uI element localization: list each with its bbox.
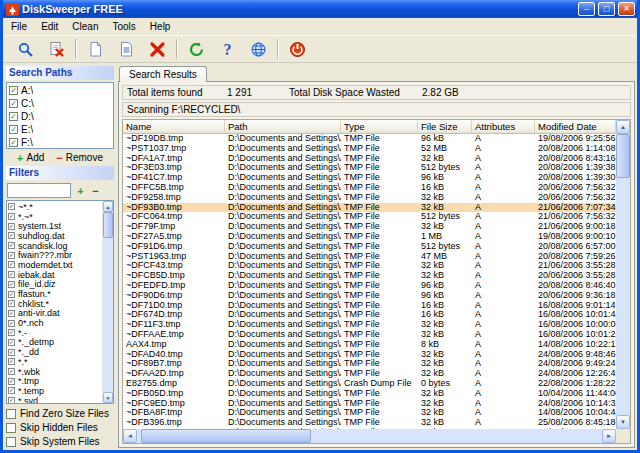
filter-input[interactable] xyxy=(7,183,71,198)
filter-checkbox[interactable]: ✓ xyxy=(8,329,15,336)
option-checkbox[interactable] xyxy=(6,409,16,419)
filter-checkbox[interactable]: ✓ xyxy=(8,213,15,220)
remove-path-button[interactable]: Remove xyxy=(56,152,103,164)
stop-search-button[interactable] xyxy=(44,37,68,61)
filter-item[interactable]: ✓anti-vir.dat xyxy=(8,309,101,319)
table-row[interactable]: ~DF89B7.tmpD:\Documents and Settings\Adm… xyxy=(123,359,616,369)
filter-checkbox[interactable]: ✓ xyxy=(8,291,15,298)
horizontal-scrollbar[interactable] xyxy=(123,429,616,443)
table-row[interactable]: ~DFB396.tmpD:\Documents and Settings\Adm… xyxy=(123,418,616,428)
drive-checkbox[interactable]: ✓ xyxy=(9,125,18,134)
column-header-name[interactable]: Name xyxy=(123,120,225,134)
filter-item[interactable]: ✓*.~* xyxy=(8,212,101,222)
filter-item[interactable]: ✓*.wbk xyxy=(8,367,101,377)
drive-checkbox[interactable]: ✓ xyxy=(9,138,18,147)
column-header-attributes[interactable]: Attributes xyxy=(472,120,535,134)
filter-item[interactable]: ✓*.* xyxy=(8,357,101,367)
v-scroll-track[interactable] xyxy=(616,134,630,415)
filter-checkbox[interactable]: ✓ xyxy=(8,281,15,288)
option-skip-hidden-files[interactable]: Skip Hidden Files xyxy=(6,421,114,434)
filter-checkbox[interactable]: ✓ xyxy=(8,300,15,307)
column-header-file-size[interactable]: File Size xyxy=(418,120,472,134)
menu-file[interactable]: File xyxy=(4,19,34,34)
filter-item[interactable]: ✓chklist.* xyxy=(8,299,101,309)
table-row[interactable]: E82755.dmpD:\Documents and Settings\Adm.… xyxy=(123,379,616,389)
option-checkbox[interactable] xyxy=(6,437,16,447)
table-row[interactable]: ~DF91D6.tmpD:\Documents and Settings\Adm… xyxy=(123,242,616,252)
refresh-button[interactable] xyxy=(184,37,208,61)
drive-checkbox[interactable]: ✓ xyxy=(9,86,18,95)
filter-checkbox[interactable]: ✓ xyxy=(8,378,15,385)
filter-item[interactable]: ✓*.- xyxy=(8,328,101,338)
menu-help[interactable]: Help xyxy=(143,19,178,34)
website-button[interactable] xyxy=(246,37,270,61)
filter-checkbox[interactable]: ✓ xyxy=(8,232,15,239)
table-row[interactable]: ~DFCB5D.tmpD:\Documents and Settings\Adm… xyxy=(123,271,616,281)
drive-item[interactable]: ✓F:\ xyxy=(8,136,112,149)
filter-item[interactable]: ✓file_id.diz xyxy=(8,280,101,290)
menu-clean[interactable]: Clean xyxy=(65,19,105,34)
table-row[interactable]: ~DF11F3.tmpD:\Documents and Settings\Adm… xyxy=(123,320,616,330)
filter-item[interactable]: ✓modemdet.txt xyxy=(8,260,101,270)
filter-scrollbar[interactable] xyxy=(102,201,113,403)
table-row[interactable]: ~DFC064.tmpD:\Documents and Settings\Adm… xyxy=(123,212,616,222)
filter-checkbox[interactable]: ✓ xyxy=(8,271,15,278)
filter-item[interactable]: ✓iebak.dat xyxy=(8,270,101,280)
document-button[interactable] xyxy=(83,37,107,61)
filter-item[interactable]: ✓*.temp xyxy=(8,386,101,396)
table-row[interactable]: ~DFFC5B.tmpD:\Documents and Settings\Adm… xyxy=(123,183,616,193)
drive-item[interactable]: ✓D:\ xyxy=(8,110,112,123)
maximize-button[interactable] xyxy=(598,2,615,16)
filter-checkbox[interactable]: ✓ xyxy=(8,358,15,365)
drive-item[interactable]: ✓E:\ xyxy=(8,123,112,136)
table-row[interactable]: ~DF674D.tmpD:\Documents and Settings\Adm… xyxy=(123,310,616,320)
table-row[interactable]: ~DFCF43.tmpD:\Documents and Settings\Adm… xyxy=(123,261,616,271)
filter-item[interactable]: ✓*._detmp xyxy=(8,338,101,348)
scroll-right-icon[interactable] xyxy=(602,429,616,443)
add-filter-button[interactable] xyxy=(75,184,86,197)
filter-checkbox[interactable]: ✓ xyxy=(8,368,15,375)
table-row[interactable]: ~DF90D6.tmpD:\Documents and Settings\Adm… xyxy=(123,291,616,301)
help-button[interactable]: ? xyxy=(215,37,239,61)
remove-filter-button[interactable] xyxy=(90,184,101,197)
table-row[interactable]: ~DFA1A7.tmpD:\Documents and Settings\Adm… xyxy=(123,154,616,164)
filter-checkbox[interactable]: ✓ xyxy=(8,223,15,230)
exit-button[interactable] xyxy=(285,37,309,61)
table-row[interactable]: ~DF27A5.tmpD:\Documents and Settings\Adm… xyxy=(123,232,616,242)
filter-item[interactable]: ✓suhdlog.dat xyxy=(8,231,101,241)
filter-item[interactable]: ✓ffastun.* xyxy=(8,289,101,299)
filter-item[interactable]: ✓fwain???.mbr xyxy=(8,250,101,260)
column-header-path[interactable]: Path xyxy=(225,120,341,134)
table-row[interactable]: ~DF79F.tmpD:\Documents and Settings\Adm.… xyxy=(123,222,616,232)
table-row[interactable]: ~DFBA8F.tmpD:\Documents and Settings\Adm… xyxy=(123,408,616,418)
filter-checkbox[interactable]: ✓ xyxy=(8,397,15,403)
column-header-type[interactable]: Type xyxy=(341,120,418,134)
delete-button[interactable] xyxy=(145,37,169,61)
table-row[interactable]: ~PST1963.tmpD:\Documents and Settings\Ad… xyxy=(123,252,616,262)
drive-item[interactable]: ✓A:\ xyxy=(8,84,112,97)
filter-item[interactable]: ✓~*.* xyxy=(8,202,101,212)
filter-scroll-track[interactable] xyxy=(103,212,113,392)
drive-checkbox[interactable]: ✓ xyxy=(9,112,18,121)
filter-checkbox[interactable]: ✓ xyxy=(8,261,15,268)
drive-item[interactable]: ✓C:\ xyxy=(8,97,112,110)
v-scroll-thumb[interactable] xyxy=(616,134,630,178)
drive-list[interactable]: ✓A:\✓C:\✓D:\✓E:\✓F:\ xyxy=(6,82,114,149)
filter-item[interactable]: ✓system.1st xyxy=(8,221,101,231)
filter-checkbox[interactable]: ✓ xyxy=(8,349,15,356)
table-row[interactable]: ~DF9258.tmpD:\Documents and Settings\Adm… xyxy=(123,193,616,203)
option-skip-system-files[interactable]: Skip System Files xyxy=(6,435,114,448)
table-row[interactable]: ~DF3E03.tmpD:\Documents and Settings\Adm… xyxy=(123,163,616,173)
h-scroll-thumb[interactable] xyxy=(141,429,311,443)
filter-item[interactable]: ✓*._dd xyxy=(8,347,101,357)
close-button[interactable] xyxy=(618,2,635,16)
vertical-scrollbar[interactable] xyxy=(616,120,630,429)
table-row[interactable]: ~DFC9ED.tmpD:\Documents and Settings\Adm… xyxy=(123,399,616,409)
scroll-up-icon[interactable] xyxy=(103,201,113,212)
filter-checkbox[interactable]: ✓ xyxy=(8,320,15,327)
filter-checkbox[interactable]: ✓ xyxy=(8,339,15,346)
filter-item[interactable]: ✓*.syd xyxy=(8,396,101,403)
option-find-zero-size-files[interactable]: Find Zero Size Files xyxy=(6,407,114,420)
scroll-down-icon[interactable] xyxy=(103,392,113,403)
filter-item[interactable]: ✓0*.nch xyxy=(8,318,101,328)
